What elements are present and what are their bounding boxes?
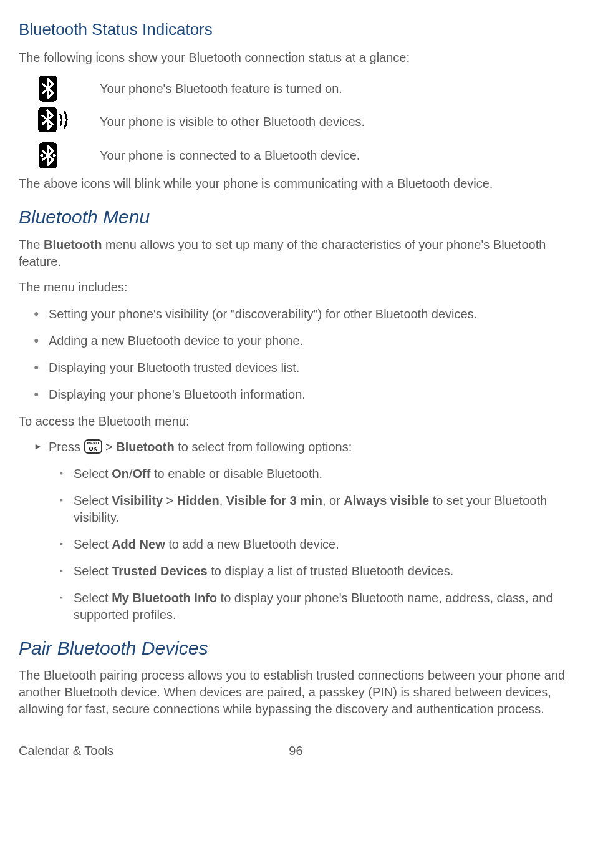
footer-page-number: 96 [113,743,478,759]
bluetooth-connected-icon [37,142,59,169]
text: > [102,440,117,454]
text: Select [74,494,112,507]
menu-access-text: To access the Bluetooth menu: [19,413,584,430]
heading-pair-devices: Pair Bluetooth Devices [19,636,584,661]
bold-add-new: Add New [112,537,165,551]
list-item: Select Add New to add a new Bluetooth de… [74,536,584,553]
status-on-text: Your phone's Bluetooth feature is turned… [100,80,342,97]
bold-visibility: Visibility [112,494,163,507]
bold-always-visible: Always visible [344,494,429,507]
svg-point-3 [40,154,43,157]
svg-point-4 [53,154,56,157]
text: Select [74,467,112,480]
pair-body-text: The Bluetooth pairing process allows you… [19,667,584,718]
heading-status-indicators: Bluetooth Status Indicators [19,19,584,41]
text: to select from following options: [175,440,352,454]
menu-intro-text: The Bluetooth menu allows you to set up … [19,237,584,270]
menu-includes-text: The menu includes: [19,279,584,296]
text: , [219,494,226,507]
menu-ok-key-icon: MENUOK [84,439,102,454]
menu-feature-list: Setting your phone's visibility (or "dis… [19,306,584,403]
list-item: Setting your phone's visibility (or "dis… [49,306,584,323]
bold-hidden: Hidden [177,494,219,507]
footer-spacer [478,743,584,759]
page-footer: Calendar & Tools 96 [19,743,584,759]
bluetooth-visible-icon [37,106,71,138]
list-item: Select On/Off to enable or disable Bluet… [74,466,584,482]
bold-off: Off [133,467,151,480]
text: The [19,238,44,251]
status-row-connected: Your phone is connected to a Bluetooth d… [37,142,584,169]
bluetooth-on-icon [37,75,59,102]
list-item: Select Visibility > Hidden, Visible for … [74,492,584,526]
bold-bluetooth: Bluetooth [44,238,102,251]
text: Select [74,564,112,578]
status-visible-text: Your phone is visible to other Bluetooth… [100,114,365,130]
bold-on: On [112,467,129,480]
text: Select [74,537,112,551]
list-item: Adding a new Bluetooth device to your ph… [49,333,584,349]
text: to add a new Bluetooth device. [165,537,339,551]
text: > [163,494,177,507]
menu-options-list: Select On/Off to enable or disable Bluet… [49,466,584,623]
status-connected-text: Your phone is connected to a Bluetooth d… [100,147,360,164]
text: to enable or disable Bluetooth. [150,467,322,480]
key-ok-label: OK [87,446,99,452]
heading-bluetooth-menu: Bluetooth Menu [19,205,584,230]
bold-visible-3-min: Visible for 3 min [226,494,322,507]
list-item: Select Trusted Devices to display a list… [74,563,584,580]
text: to display a list of trusted Bluetooth d… [208,564,454,578]
bold-bluetooth: Bluetooth [116,440,174,454]
list-item: Displaying your phone's Bluetooth inform… [49,386,584,403]
status-intro-text: The following icons show your Bluetooth … [19,49,584,66]
bold-my-bluetooth-info: My Bluetooth Info [112,591,217,605]
text: Press [49,440,84,454]
list-item: Select My Bluetooth Info to display your… [74,590,584,623]
status-row-on: Your phone's Bluetooth feature is turned… [37,75,584,102]
bold-trusted-devices: Trusted Devices [112,564,207,578]
text: Select [74,591,112,605]
status-outro-text: The above icons will blink while your ph… [19,175,584,192]
text: , or [322,494,344,507]
list-item: Press MENUOK > Bluetooth to select from … [49,439,584,623]
menu-access-list: Press MENUOK > Bluetooth to select from … [19,439,584,623]
status-row-visible: Your phone is visible to other Bluetooth… [37,106,584,138]
footer-section-name: Calendar & Tools [19,743,113,759]
list-item: Displaying your Bluetooth trusted device… [49,359,584,376]
